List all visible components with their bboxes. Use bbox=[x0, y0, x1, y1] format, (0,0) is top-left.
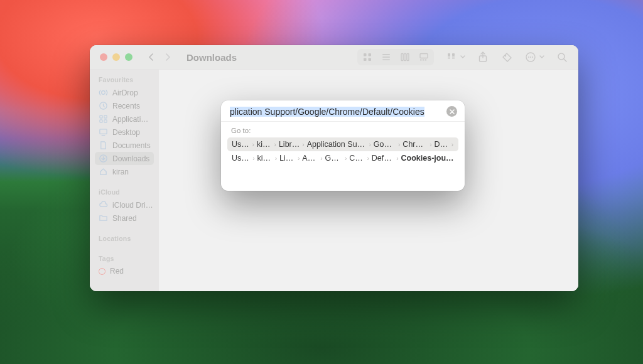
view-columns-icon[interactable] bbox=[399, 51, 411, 63]
sidebar-item-recents[interactable]: Recents bbox=[95, 99, 154, 112]
chevron-right-icon: › bbox=[430, 141, 431, 148]
svg-rect-30 bbox=[100, 115, 102, 118]
sidebar-item-label: AirDrop bbox=[112, 88, 138, 97]
chevron-right-icon: › bbox=[302, 141, 304, 148]
grid-icon bbox=[99, 114, 108, 124]
svg-rect-31 bbox=[104, 115, 107, 118]
path-segment: kiran bbox=[257, 140, 272, 149]
cloud-icon bbox=[99, 200, 108, 210]
sidebar-heading: Tags bbox=[95, 254, 154, 265]
group-icon bbox=[445, 51, 458, 63]
chevron-right-icon: › bbox=[320, 155, 322, 162]
svg-rect-9 bbox=[407, 54, 409, 61]
sidebar-item-airdrop[interactable]: AirDrop bbox=[95, 86, 154, 99]
svg-point-23 bbox=[528, 56, 529, 58]
sidebar-item-label: iCloud Dri… bbox=[112, 201, 153, 210]
sidebar-heading: Favourites bbox=[95, 75, 154, 86]
path-segment: Goog bbox=[325, 154, 342, 163]
svg-rect-10 bbox=[420, 54, 428, 58]
view-switcher[interactable] bbox=[357, 49, 434, 65]
chevron-right-icon: › bbox=[367, 155, 369, 162]
finder-sidebar: FavouritesAirDropRecentsApplicati…Deskto… bbox=[90, 70, 159, 291]
chevron-right-icon: › bbox=[369, 141, 370, 148]
sidebar-item-kiran[interactable]: kiran bbox=[95, 165, 154, 178]
home-icon bbox=[99, 167, 108, 176]
finder-titlebar: Downloads bbox=[90, 45, 578, 70]
svg-rect-11 bbox=[420, 60, 422, 61]
group-menu[interactable] bbox=[445, 51, 465, 63]
goto-suggestion-row[interactable]: Users›kiran›Libra›Appli›Goog›Chro›Defaul… bbox=[227, 151, 458, 165]
path-segment: Library bbox=[279, 140, 300, 149]
sidebar-item-documents[interactable]: Documents bbox=[95, 139, 154, 152]
path-segment: Chro bbox=[349, 154, 364, 163]
svg-rect-32 bbox=[100, 120, 102, 122]
chevron-right-icon: › bbox=[298, 155, 300, 162]
svg-rect-19 bbox=[452, 58, 455, 58]
sidebar-item-label: Desktop bbox=[112, 128, 140, 137]
svg-rect-13 bbox=[425, 60, 427, 61]
chevron-right-icon: › bbox=[252, 155, 254, 162]
sidebar-item-shared[interactable]: Shared bbox=[95, 211, 154, 225]
doc-icon bbox=[99, 141, 108, 150]
chevron-right-icon: › bbox=[345, 155, 347, 162]
path-segment: Users bbox=[232, 140, 250, 149]
chevron-right-icon: › bbox=[396, 155, 398, 162]
window-controls bbox=[100, 53, 132, 61]
path-segment: Cookies-journal bbox=[401, 154, 454, 163]
sidebar-item-red[interactable]: Red bbox=[95, 265, 154, 277]
svg-line-27 bbox=[564, 59, 566, 62]
svg-point-21 bbox=[504, 55, 505, 56]
sidebar-item-label: Recents bbox=[112, 102, 140, 110]
clear-input-button[interactable] bbox=[446, 106, 457, 117]
svg-rect-33 bbox=[104, 120, 107, 122]
sidebar-item-desktop[interactable]: Desktop bbox=[95, 126, 154, 139]
goto-path-input[interactable]: plication Support/Google/Chrome/Default/… bbox=[230, 107, 441, 117]
sidebar-item-label: Downloads bbox=[112, 154, 149, 163]
view-list-icon[interactable] bbox=[380, 51, 392, 63]
sidebar-item-label: Red bbox=[110, 267, 124, 276]
goto-section-label: Go to: bbox=[227, 126, 458, 137]
sidebar-item-applicati[interactable]: Applicati… bbox=[95, 112, 154, 126]
close-button[interactable] bbox=[100, 53, 107, 61]
sidebar-item-label: kiran bbox=[112, 168, 129, 176]
search-icon[interactable] bbox=[556, 51, 568, 63]
view-icons-icon[interactable] bbox=[361, 51, 374, 63]
svg-point-24 bbox=[530, 56, 531, 58]
svg-rect-2 bbox=[364, 58, 367, 62]
svg-rect-15 bbox=[448, 56, 450, 57]
sidebar-heading: Locations bbox=[95, 233, 154, 245]
nav-back-button[interactable] bbox=[144, 50, 159, 65]
svg-rect-6 bbox=[382, 59, 390, 60]
svg-rect-3 bbox=[369, 58, 372, 62]
path-segment: Application Support bbox=[307, 140, 367, 149]
goto-suggestion-row[interactable]: Users›kiran›Library›Application Support›… bbox=[227, 137, 458, 151]
svg-rect-7 bbox=[401, 54, 403, 61]
maximize-button[interactable] bbox=[125, 53, 132, 61]
tag-icon[interactable] bbox=[500, 51, 513, 63]
action-menu[interactable] bbox=[524, 51, 544, 63]
svg-rect-5 bbox=[382, 56, 390, 58]
path-segment: Defa bbox=[435, 140, 449, 149]
clock-icon bbox=[99, 101, 108, 110]
path-segment: Libra bbox=[279, 154, 295, 163]
path-segment: Chrome bbox=[403, 140, 427, 149]
nav-forward-button[interactable] bbox=[160, 50, 175, 65]
folder-icon bbox=[99, 213, 108, 223]
svg-rect-1 bbox=[369, 53, 372, 56]
path-segment: kiran bbox=[257, 154, 273, 163]
minimize-button[interactable] bbox=[112, 53, 120, 61]
window-title: Downloads bbox=[186, 52, 237, 63]
share-icon[interactable] bbox=[477, 51, 489, 63]
svg-rect-12 bbox=[423, 60, 424, 61]
airdrop-icon bbox=[99, 88, 108, 97]
chevron-right-icon: › bbox=[252, 141, 254, 148]
path-segment: Default bbox=[372, 154, 394, 163]
ellipsis-icon bbox=[524, 51, 537, 63]
sidebar-heading: iCloud bbox=[95, 187, 154, 198]
sidebar-item-iclouddri[interactable]: iCloud Dri… bbox=[95, 198, 154, 211]
chevron-right-icon: › bbox=[398, 141, 400, 148]
desktop-icon bbox=[99, 127, 108, 137]
view-gallery-icon[interactable] bbox=[418, 51, 430, 63]
sidebar-item-downloads[interactable]: Downloads bbox=[95, 152, 154, 165]
svg-rect-34 bbox=[100, 129, 107, 134]
